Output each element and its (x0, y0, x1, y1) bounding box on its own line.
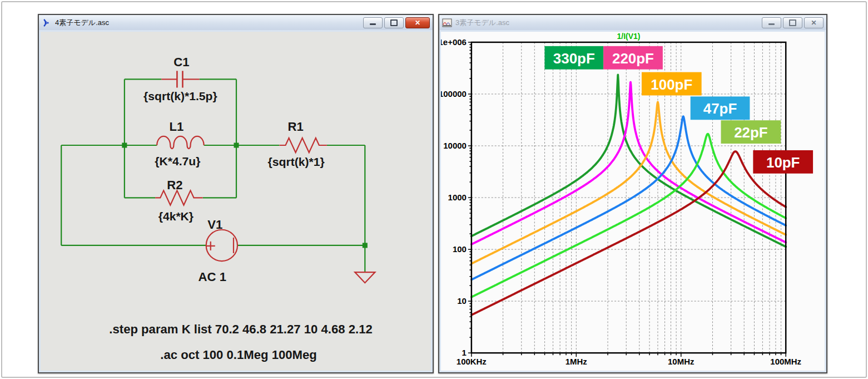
series-label-boxes: 330pF220pF100pF47pF22pF10pF (544, 46, 813, 174)
spice-directives[interactable]: .step param K list 70.2 46.8 21.27 10 4.… (109, 322, 372, 362)
voltage-source-symbol-v1[interactable] (206, 230, 237, 261)
component-symbols[interactable] (155, 71, 375, 283)
ltspice-schematic-icon (42, 18, 52, 27)
window-title: 4素子モデル.asc (55, 18, 360, 28)
close-icon: ✕ (415, 19, 420, 26)
close-button[interactable]: ✕ (804, 17, 824, 28)
x-axis-tick-label: 10MHz (668, 357, 694, 366)
ref-r2: R2 (167, 178, 182, 192)
ref-l1: L1 (169, 120, 183, 134)
x-axis-tick-label: 1MHz (566, 357, 587, 366)
plot-window: 3素子モデル.asc ✕ 1e+006100000100001000100101… (438, 14, 827, 373)
y-axis-tick-label: 100000 (441, 89, 467, 99)
minimize-icon (370, 23, 376, 25)
x-axis-tick-label: 100KHz (457, 357, 487, 366)
minimize-icon (768, 23, 775, 25)
schematic-window: 4素子モデル.asc ✕ (38, 14, 434, 373)
close-button[interactable]: ✕ (405, 17, 430, 28)
inductor-symbol-l1[interactable] (157, 136, 204, 149)
value-r2: {4k*K} (158, 210, 194, 223)
value-l1: {K*4.7u} (155, 155, 200, 168)
ref-c1: C1 (173, 55, 189, 69)
resistor-symbol-r2[interactable] (155, 190, 202, 205)
waveform-plot-icon (442, 18, 452, 27)
gridlines (472, 42, 786, 353)
step-directive[interactable]: .step param K list 70.2 46.8 21.27 10 4.… (109, 322, 372, 336)
wires (61, 79, 365, 272)
y-axis-tick-label: 10 (457, 296, 467, 306)
series-label-330pF: 330pF (553, 51, 595, 66)
schematic-canvas[interactable]: C1 {sqrt(k)*1.5p} L1 {K*4.7u} R1 {sqrt(k… (39, 30, 433, 372)
schematic-drawing: C1 {sqrt(k)*1.5p} L1 {K*4.7u} R1 {sqrt(k… (41, 32, 431, 371)
waveform-plot[interactable]: 1e+006100000100001000100101100KHz1MHz10M… (441, 32, 825, 371)
close-icon: ✕ (811, 19, 816, 26)
waveform-pane[interactable]: 1e+006100000100001000100101100KHz1MHz10M… (439, 30, 826, 372)
y-axis-tick-label: 10000 (443, 141, 467, 150)
restore-button[interactable] (384, 17, 404, 28)
minimize-button[interactable] (762, 17, 781, 28)
axis-labels: 1e+006100000100001000100101100KHz1MHz10M… (441, 37, 801, 366)
ref-r1: R1 (287, 120, 303, 134)
resistor-symbol-r1[interactable] (279, 138, 326, 152)
restore-button[interactable] (783, 17, 802, 28)
value-r1: {sqrt(k)*1} (268, 155, 325, 168)
value-c1: {sqrt(k)*1.5p} (143, 90, 217, 102)
restore-icon (390, 19, 398, 26)
plot-window-titlebar[interactable]: 3素子モデル.asc ✕ (439, 15, 826, 31)
series-label-10pF: 10pF (766, 155, 800, 170)
capacitor-symbol-c1[interactable] (161, 71, 199, 87)
restore-icon (789, 19, 796, 26)
series-label-100pF: 100pF (651, 77, 692, 92)
y-axis-tick-label: 100 (453, 244, 467, 254)
ac-directive[interactable]: .ac oct 100 0.1Meg 100Meg (160, 348, 317, 362)
x-axis-tick-label: 100MHz (770, 357, 801, 366)
value-v1: AC 1 (199, 270, 226, 284)
y-axis-tick-label: 1000 (448, 193, 467, 202)
window-title: 3素子モデル.asc (455, 18, 758, 28)
schematic-window-titlebar[interactable]: 4素子モデル.asc ✕ (39, 15, 433, 31)
ground-symbol[interactable] (355, 272, 375, 283)
plot-title: 1/I(V1) (617, 32, 641, 41)
series-label-47pF: 47pF (703, 101, 737, 116)
y-axis-tick-label: 1e+006 (441, 37, 467, 47)
series-label-22pF: 22pF (734, 125, 767, 140)
y-axis-tick-label: 1 (462, 348, 467, 357)
trace-22pF (472, 134, 786, 297)
ref-v1: V1 (207, 218, 222, 232)
series-label-220pF: 220pF (612, 51, 654, 66)
minimize-button[interactable] (363, 17, 383, 28)
trace-10pF (472, 151, 786, 315)
